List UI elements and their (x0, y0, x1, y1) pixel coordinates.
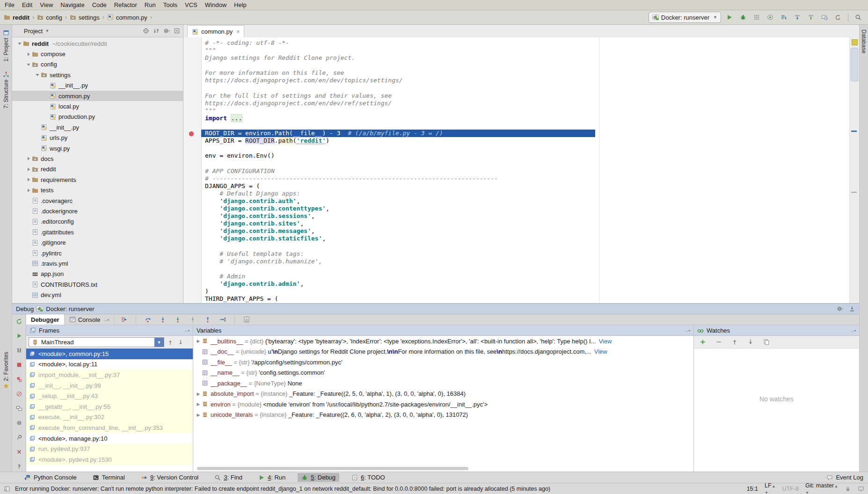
tree-item-__init__-py[interactable]: __init__.py (12, 80, 183, 91)
expand-arrow-icon[interactable]: ▶ (195, 413, 202, 417)
menu-edit[interactable]: Edit (18, 0, 36, 9)
tree-item-common-py[interactable]: common.py (12, 91, 183, 101)
step-out-button[interactable] (203, 314, 213, 325)
execution-point-marker[interactable] (851, 131, 857, 132)
variable-row-__doc__[interactable]: __doc__ = {unicode} u'\nDjango settings … (193, 347, 693, 357)
tree-item-production-py[interactable]: production.py (12, 112, 183, 122)
close-icon[interactable]: × (236, 29, 240, 35)
breadcrumb-config[interactable]: config (36, 14, 63, 21)
stack-frame[interactable]: <module>, pydevd.py:1530 (26, 454, 193, 465)
step-into-button[interactable] (158, 314, 168, 325)
settings-gear-button[interactable] (14, 418, 24, 428)
tree-item-app-json[interactable]: JSONapp.json (12, 269, 183, 279)
evaluate-expression-button[interactable] (241, 314, 252, 325)
toggle-toolwindows-icon[interactable] (4, 486, 10, 492)
tool-window-button-terminal[interactable]: Terminal (89, 473, 129, 482)
variable-row-environ[interactable]: ▶environ = {module} <module 'environ' fr… (193, 399, 693, 410)
breakpoint-icon[interactable] (188, 131, 195, 137)
tree-expanded-icon[interactable] (25, 61, 32, 68)
tree-collapsed-icon[interactable] (25, 51, 32, 58)
thread-select[interactable]: MainThread ▼ (29, 337, 164, 347)
target-icon[interactable] (143, 28, 149, 34)
breadcrumb-common-py[interactable]: common.py (106, 14, 148, 21)
horizontal-scrollbar[interactable] (197, 467, 468, 470)
git-branch-widget[interactable]: Git: master▲▼ (805, 482, 838, 494)
pin-icon[interactable]: →▪ (183, 328, 190, 333)
pause-button[interactable] (14, 345, 24, 356)
menu-navigate[interactable]: Navigate (57, 0, 88, 9)
run-order-button[interactable] (779, 12, 789, 22)
mute-breakpoints-button[interactable] (14, 389, 24, 399)
stack-frame[interactable]: execute_from_command_line, __init__.py:3… (26, 422, 193, 433)
pin-icon[interactable]: →▪ (684, 328, 690, 333)
tree-collapsed-icon[interactable] (25, 166, 32, 173)
menu-help[interactable]: Help (230, 0, 250, 9)
tree-item-urls-py[interactable]: urls.py (12, 133, 183, 143)
scrollbar-thumb[interactable] (851, 48, 858, 81)
pin-button[interactable] (14, 432, 24, 443)
editor-tab-common-py[interactable]: common.py × (187, 25, 244, 37)
vcs-commit-button[interactable]: VCS (806, 12, 816, 22)
breadcrumb-settings[interactable]: settings (69, 14, 101, 21)
gear-dropdown-icon[interactable] (837, 305, 843, 312)
expand-arrow-icon[interactable]: ▶ (195, 402, 202, 407)
stack-frame[interactable]: <module>, local.py:11 (26, 359, 193, 370)
tree-collapsed-icon[interactable] (25, 155, 32, 162)
step-over-button[interactable] (143, 314, 153, 325)
debug-tab-console[interactable]: Console→▪ (65, 314, 114, 325)
breadcrumb-reddit[interactable]: reddit (3, 14, 30, 21)
tree-item-reddit[interactable]: reddit (12, 164, 183, 174)
tree-item-wsgi-py[interactable]: wsgi.py (12, 143, 183, 153)
tree-item--travis-yml[interactable]: .travis.yml (12, 258, 183, 269)
status-message[interactable]: Error running Docker: runserver: Can't r… (15, 486, 550, 492)
monitor-icon[interactable] (858, 486, 864, 492)
expand-arrow-icon[interactable]: ▶ (195, 392, 202, 396)
tree-item--coveragerc[interactable]: .coveragerc (12, 196, 183, 206)
coverage-button[interactable] (751, 12, 762, 22)
hide-panel-icon[interactable] (849, 305, 855, 312)
tree-item--gitattributes[interactable]: .gitattributes (12, 227, 183, 237)
menu-run[interactable]: Run (141, 0, 160, 9)
rerun-button[interactable] (14, 316, 24, 327)
tree-collapsed-icon[interactable] (25, 187, 32, 194)
inspection-status-icon[interactable] (852, 39, 858, 45)
tree-item-local-py[interactable]: local.py (12, 101, 183, 111)
run-button[interactable] (724, 12, 735, 22)
tool-window-button-1-Project[interactable]: 1: Project (0, 25, 12, 66)
tool-window-button-2-Favorites[interactable]: 2: Favorites (0, 347, 12, 394)
menu-file[interactable]: File (1, 0, 18, 9)
tree-item-compose[interactable]: compose (12, 49, 183, 59)
duplicate-watch-button[interactable] (761, 337, 772, 347)
profiler-button[interactable] (765, 12, 775, 22)
help-button[interactable]: ? (14, 461, 24, 472)
gear-dropdown-icon[interactable] (163, 28, 170, 34)
tree-item--editorconfig[interactable]: .editorconfig (12, 217, 183, 227)
run-configuration-select[interactable]: dj Docker: runserver ▼ (649, 12, 721, 23)
search-everywhere-button[interactable] (853, 12, 863, 22)
tree-item-CONTRIBUTORS-txt[interactable]: CONTRIBUTORS.txt (12, 279, 183, 290)
project-view-select[interactable]: Project ▼ (15, 28, 49, 35)
encoding-widget[interactable]: UTF-8 (782, 486, 799, 492)
vcs-update-button[interactable]: VCS (792, 12, 802, 22)
stop-button[interactable] (14, 360, 24, 370)
restore-layout-button[interactable] (14, 403, 24, 414)
tree-item-settings[interactable]: settings (12, 70, 183, 80)
add-watch-button[interactable] (698, 337, 708, 347)
menu-tools[interactable]: Tools (160, 0, 181, 9)
stack-frame[interactable]: <module>, manage.py:10 (26, 433, 193, 444)
resume-button[interactable] (14, 331, 24, 341)
move-down-button[interactable] (745, 337, 756, 347)
variable-row-unicode_literals[interactable]: ▶unicode_literals = {instance} _Feature:… (193, 410, 693, 421)
tool-window-button-debug[interactable]: 5: Debug (298, 473, 339, 482)
debug-tab-debugger[interactable]: Debugger (26, 314, 65, 325)
tree-item-reddit[interactable]: reddit~/cookiecutter/reddit (12, 38, 183, 49)
tree-expanded-icon[interactable] (16, 40, 23, 47)
show-execution-point-button[interactable] (119, 314, 129, 325)
collapse-all-icon[interactable] (174, 28, 180, 34)
view-link[interactable]: View (598, 338, 612, 345)
undo-button[interactable] (833, 12, 843, 22)
stack-frame[interactable]: import_module, __init__.py:37 (26, 370, 193, 380)
stack-frame[interactable]: __init__, __init__.py:99 (26, 380, 193, 391)
stack-frame[interactable]: execute, __init__.py:302 (26, 412, 193, 423)
step-into-my-code-button[interactable] (173, 314, 183, 325)
